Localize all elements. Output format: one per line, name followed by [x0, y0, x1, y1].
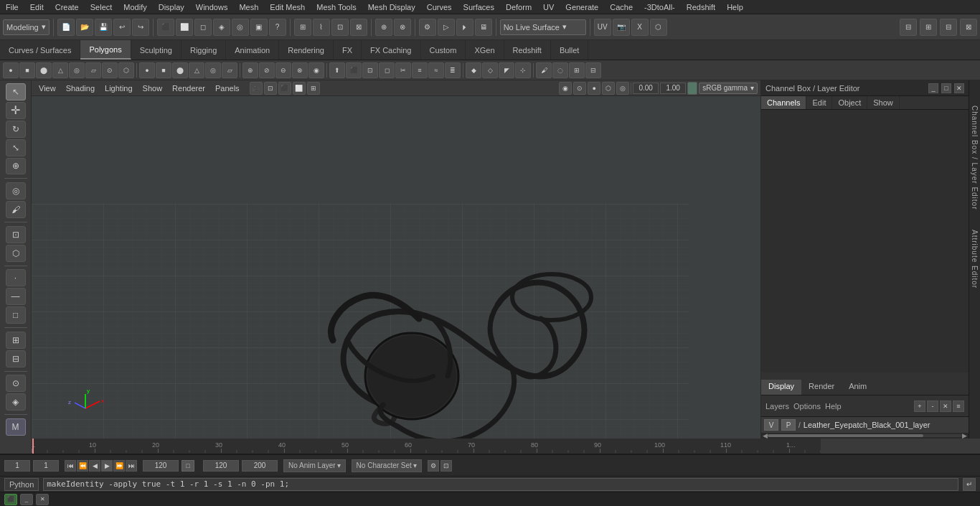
bevel-edge-button[interactable]: ◆ [466, 62, 481, 78]
color-space-dropdown[interactable]: sRGB gamma▾ [699, 83, 758, 94]
film-gate-btn[interactable]: ⬛ [278, 82, 291, 95]
UV-layout-button[interactable]: ⊞ [569, 62, 585, 78]
new-scene-button[interactable]: 📄 [57, 19, 75, 36]
quick-select-set-button[interactable]: ◈ [6, 393, 26, 411]
create-cone-button[interactable]: △ [52, 62, 68, 78]
marquee-select-button[interactable]: ▣ [250, 19, 268, 36]
layout-btn-3[interactable]: ⊟ [940, 19, 957, 36]
channel-box-right-label[interactable]: Channel Box / Layer Editor [969, 86, 980, 230]
anim-tab[interactable]: Anim [842, 380, 874, 395]
scale-tool-button[interactable]: ⤡ [6, 139, 26, 156]
tab-redshift[interactable]: Redshift [504, 40, 551, 60]
display-tab[interactable]: Display [761, 380, 801, 395]
rotate-tool-button[interactable]: ↻ [6, 121, 26, 138]
current-frame-input[interactable]: 1 [4, 460, 30, 472]
tab-rendering[interactable]: Rendering [279, 40, 334, 60]
menu-modify[interactable]: Modify [118, 1, 152, 13]
slide-edge-button[interactable]: ≈ [428, 62, 444, 78]
tab-fx-caching[interactable]: FX Caching [362, 40, 420, 60]
python-mode-button[interactable]: Python [4, 478, 39, 491]
step-back-button[interactable]: ⏪ [77, 460, 88, 472]
anim-settings-button-2[interactable]: ⊡ [440, 460, 452, 472]
cb-tab-object[interactable]: Object [832, 96, 867, 109]
tab-curves-surfaces[interactable]: Curves / Surfaces [0, 40, 80, 60]
soft-select-side-button[interactable]: ◎ [6, 182, 26, 200]
step-forward-button[interactable]: ⏩ [113, 460, 125, 472]
playback-end-input[interactable]: 120 [203, 460, 239, 472]
no-anim-layer-dropdown[interactable]: No Anim Layer▾ [283, 459, 346, 472]
menu-file[interactable]: File [0, 1, 24, 13]
separate-button[interactable]: ⊘ [259, 62, 275, 78]
undo-button[interactable]: ↩ [113, 19, 131, 36]
timeline-ruler[interactable]: 1 10 20 30 40 50 60 70 80 90 100 110 1..… [0, 439, 980, 454]
menu-edit[interactable]: Edit [24, 1, 50, 13]
open-scene-button[interactable]: 📂 [76, 19, 93, 36]
color-swatch-btn[interactable] [687, 82, 697, 95]
multi-cut-button[interactable]: ✂ [395, 62, 411, 78]
skip-to-start-button[interactable]: ⏮ [65, 460, 76, 472]
uv-editor-button[interactable]: UV [594, 19, 611, 36]
help-line-button[interactable]: ? [269, 19, 286, 36]
chamfer-vertex-button[interactable]: ◇ [482, 62, 498, 78]
layout-btn-4[interactable]: ⊠ [960, 19, 977, 36]
smooth-button[interactable]: ◉ [308, 62, 324, 78]
create-subdiv-torus-button[interactable]: ◎ [205, 62, 221, 78]
workspace-button[interactable]: ⬛ [4, 494, 17, 505]
snap-to-curve-button[interactable]: ⌇ [313, 19, 330, 36]
help-option[interactable]: Help [825, 402, 842, 411]
snap-to-view-plane-button[interactable]: ⊠ [350, 19, 367, 36]
component-mode-button[interactable]: ⬡ [6, 245, 26, 262]
create-disc-button[interactable]: ⊙ [102, 62, 118, 78]
camera-button[interactable]: 📷 [613, 19, 630, 36]
tab-fx[interactable]: FX [334, 40, 362, 60]
insert-edge-loop-button[interactable]: ≡ [412, 62, 428, 78]
grid-btn[interactable]: ⊞ [307, 82, 320, 95]
viewport-menu-shading[interactable]: Shading [62, 84, 99, 93]
snap-to-point-button[interactable]: ⊡ [331, 19, 349, 36]
timeline-end-indicator[interactable]: □ [182, 460, 194, 472]
move-tool-button[interactable]: ✛ [6, 102, 26, 119]
append-polygon-button[interactable]: ◻ [379, 62, 395, 78]
layer-playback-button[interactable]: P [781, 419, 796, 431]
render-settings-button[interactable]: ⚙ [419, 19, 436, 36]
tab-bullet[interactable]: Bullet [551, 40, 589, 60]
create-subdiv-cube-button[interactable]: ■ [156, 62, 171, 78]
command-enter-button[interactable]: ↵ [963, 478, 976, 491]
gamma-scale-input[interactable] [660, 83, 686, 94]
sculpt-paint-button[interactable]: 🖌 [6, 201, 26, 218]
create-subdiv-plane-button[interactable]: ▱ [222, 62, 237, 78]
poke-button[interactable]: ⊹ [515, 62, 531, 78]
show-manipulator-button[interactable]: ⊡ [6, 226, 26, 243]
align-tool-button[interactable]: ⊟ [6, 350, 26, 367]
relax-tool-button[interactable]: ◌ [552, 62, 568, 78]
create-cylinder-button[interactable]: ⬤ [36, 62, 52, 78]
no-live-surface-dropdown[interactable]: No Live Surface ▾ [500, 19, 586, 35]
command-input[interactable] [43, 478, 958, 491]
play-back-button[interactable]: ◀ [89, 460, 100, 472]
snap-to-grid-button[interactable]: ⊞ [294, 19, 311, 36]
anim-end-input[interactable]: 200 [242, 460, 278, 472]
no-char-set-dropdown[interactable]: No Character Set▾ [352, 459, 422, 472]
menu-windows[interactable]: Windows [190, 1, 234, 13]
layer-remove-button[interactable]: - [927, 400, 938, 412]
minimize-button[interactable]: _ [20, 494, 33, 505]
smooth-shade-btn[interactable]: ● [588, 82, 600, 95]
cb-tab-channels[interactable]: Channels [761, 96, 806, 109]
create-cube-button[interactable]: ■ [19, 62, 35, 78]
menu-help[interactable]: Help [721, 1, 749, 13]
combine-button[interactable]: ⊕ [242, 62, 258, 78]
create-plane-button[interactable]: ▱ [85, 62, 101, 78]
cb-tab-edit[interactable]: Edit [806, 96, 832, 109]
layer-visibility-button[interactable]: V [764, 419, 778, 431]
play-forward-button[interactable]: ▶ [101, 460, 113, 472]
menu-uv[interactable]: UV [537, 1, 560, 13]
end-frame-input[interactable]: 120 [143, 460, 179, 472]
xray-btn[interactable]: ⊙ [573, 82, 586, 95]
skip-to-end-button[interactable]: ⏭ [126, 460, 137, 472]
create-subdiv-cylinder-button[interactable]: ⬤ [172, 62, 188, 78]
edge-mode-button[interactable]: — [6, 288, 26, 305]
tab-custom[interactable]: Custom [421, 40, 466, 60]
menu-mesh-display[interactable]: Mesh Display [362, 1, 421, 13]
menu-curves[interactable]: Curves [421, 1, 458, 13]
extrude-button[interactable]: ⬆ [329, 62, 345, 78]
